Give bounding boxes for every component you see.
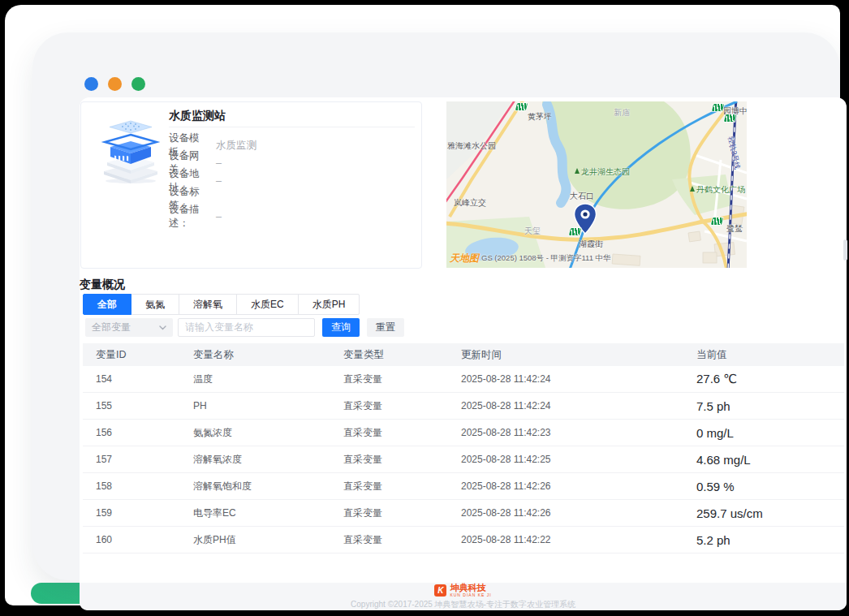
variable-type-select[interactable]: 全部变量 [85, 318, 173, 337]
device-title: 水质监测站 [169, 109, 226, 123]
copyright-text: Copyright ©2017-2025 坤典智慧农场-专注于数字农业管理系统 [351, 599, 575, 610]
traffic-light-blue[interactable] [84, 77, 98, 91]
brand-caption: KUN DIAN KE JI [450, 593, 491, 597]
tab-溶解氧[interactable]: 溶解氧 [179, 294, 237, 315]
map-place-label: 岚峰立交 [454, 197, 486, 209]
traffic-light-orange[interactable] [108, 77, 122, 91]
chevron-down-icon [159, 325, 166, 330]
table-cell-type: 直采变量 [330, 533, 448, 547]
tree-icon [690, 186, 695, 192]
map-place-label: 黄茅坪 [528, 111, 552, 123]
map-place-label: 丹鹤文化广场 [690, 184, 745, 196]
table-cell-name: 溶解氧饱和度 [180, 480, 330, 493]
map-place-label: 新庙 [614, 107, 630, 118]
section-title: 变量概况 [80, 278, 125, 292]
tab-水质PH[interactable]: 水质PH [298, 294, 360, 315]
device-field-value: – [216, 211, 222, 222]
table-cell-time: 2025-08-28 11:42:22 [448, 534, 683, 545]
tree-icon [575, 168, 580, 174]
table-cell-name: 水质PH值 [180, 533, 330, 547]
table-row: 155PH直采变量2025-08-28 11:42:247.5 ph [83, 393, 844, 420]
table-cell-time: 2025-08-28 11:42:24 [448, 373, 683, 385]
highway-shield-icon [724, 114, 736, 122]
device-field-value: 水质监测 [216, 139, 256, 153]
table-cell-value: 259.7 us/cm [683, 506, 844, 520]
device-illustration-icon [97, 117, 164, 183]
table-cell-id: 154 [83, 373, 180, 385]
content-card: 水质监测站 设备模板：水质监测设备网关：–设备地址：–设备标签：设备描述：– [80, 97, 847, 610]
map-labels-layer: 黄茅坪新庙园博中雅海滩水公园龙井湖生态园丹鹤文化广场岚峰立交大石口天玺湖霞街鹭鸶… [446, 101, 747, 268]
map-place-label: 鹭鸶 [726, 223, 743, 235]
table-cell-id: 160 [83, 534, 180, 545]
table-cell-value: 27.6 ℃ [683, 372, 844, 386]
table-row: 154温度直采变量2025-08-28 11:42:2427.6 ℃ [83, 366, 844, 393]
highway-shield-icon [515, 103, 528, 110]
brand: K 坤典科技 KUN DIAN KE JI [434, 584, 491, 597]
table-cell-time: 2025-08-28 11:42:25 [448, 454, 683, 465]
table-cell-id: 155 [83, 400, 180, 411]
device-field-value: – [216, 157, 222, 169]
map-attribution-text: GS (2025) 1508号 - 甲测资字111 中华 [481, 253, 611, 264]
table-cell-name: PH [180, 400, 330, 411]
query-button[interactable]: 查询 [322, 318, 360, 337]
table-row: 159电导率EC直采变量2025-08-28 11:42:26259.7 us/… [83, 500, 844, 527]
tab-水质EC[interactable]: 水质EC [236, 294, 299, 315]
browser-window: 水质监测站 设备模板：水质监测设备网关：–设备地址：–设备标签：设备描述：– [32, 32, 840, 580]
table-header-cell: 更新时间 [448, 348, 683, 362]
window-titlebar [84, 77, 145, 91]
table-header-cell: 变量名称 [180, 348, 330, 362]
map-attribution: 天地图 GS (2025) 1508号 - 甲测资字111 中华 [450, 252, 611, 265]
table-cell-id: 158 [83, 480, 180, 492]
scrollbar-thumb[interactable] [843, 239, 847, 261]
device-field-row: 设备描述：– [169, 208, 415, 226]
map-place-label: 龙井湖生态园 [575, 166, 630, 178]
page-footer: K 坤典科技 KUN DIAN KE JI Copyright ©2017-20… [80, 583, 847, 610]
table-header-cell: 变量ID [83, 348, 180, 362]
table-cell-time: 2025-08-28 11:42:26 [448, 480, 683, 492]
device-divider [169, 127, 415, 127]
filter-row: 全部变量 请输入变量名称 查询 重置 [85, 318, 404, 337]
table-cell-time: 2025-08-28 11:42:26 [448, 507, 683, 519]
tab-全部[interactable]: 全部 [83, 294, 131, 315]
table-row: 156氨氮浓度直采变量2025-08-28 11:42:230 mg/L [83, 420, 844, 446]
table-body: 154温度直采变量2025-08-28 11:42:2427.6 ℃155PH直… [83, 366, 844, 554]
table-row: 157溶解氧浓度直采变量2025-08-28 11:42:254.68 mg/L [83, 446, 844, 473]
table-cell-name: 氨氮浓度 [180, 426, 330, 440]
table-cell-time: 2025-08-28 11:42:23 [448, 427, 683, 438]
table-header-cell: 当前值 [683, 348, 844, 362]
highway-shield-icon [569, 228, 581, 235]
table-header: 变量ID变量名称变量类型更新时间当前值 [83, 343, 844, 366]
variable-name-input[interactable]: 请输入变量名称 [178, 318, 315, 337]
table-cell-id: 156 [83, 427, 180, 438]
highway-shield-icon [712, 104, 724, 111]
screenshot-frame: 水质监测站 设备模板：水质监测设备网关：–设备地址：–设备标签：设备描述：– [0, 0, 849, 616]
device-field-label: 设备描述： [169, 203, 216, 230]
table-cell-value: 0 mg/L [683, 426, 844, 440]
location-map[interactable]: 黄茅坪新庙园博中雅海滩水公园龙井湖生态园丹鹤文化广场岚峰立交大石口天玺湖霞街鹭鸶… [446, 101, 747, 268]
table-cell-value: 7.5 ph [683, 399, 844, 413]
reset-button[interactable]: 重置 [367, 318, 404, 337]
tab-氨氮[interactable]: 氨氮 [131, 294, 179, 315]
tianditu-logo: 天地图 [450, 252, 479, 265]
highway-shield-icon [711, 218, 723, 225]
table-header-cell: 变量类型 [330, 348, 448, 362]
select-value: 全部变量 [92, 321, 131, 334]
map-place-label: 湖霞街 [579, 239, 603, 250]
brand-logo-icon: K [434, 584, 446, 597]
brand-name: 坤典科技 [450, 584, 491, 592]
map-place-label: 大石口 [570, 191, 594, 202]
variable-tabs: 全部氨氮溶解氧水质EC水质PH [83, 294, 360, 315]
map-place-label: 雅海滩水公园 [447, 140, 496, 152]
table-cell-name: 温度 [180, 373, 330, 386]
table-row: 160水质PH值直采变量2025-08-28 11:42:225.2 ph [83, 527, 844, 554]
traffic-light-green[interactable] [131, 77, 145, 91]
table-cell-type: 直采变量 [330, 399, 448, 413]
table-cell-type: 直采变量 [330, 453, 448, 467]
table-cell-name: 电导率EC [180, 506, 330, 520]
device-field-value: – [216, 175, 222, 187]
table-cell-name: 溶解氧浓度 [180, 453, 330, 467]
device-info-panel: 水质监测站 设备模板：水质监测设备网关：–设备地址：–设备标签：设备描述：– [80, 101, 422, 269]
input-placeholder: 请输入变量名称 [185, 321, 253, 334]
table-cell-type: 直采变量 [330, 480, 448, 493]
table-cell-type: 直采变量 [330, 373, 448, 386]
